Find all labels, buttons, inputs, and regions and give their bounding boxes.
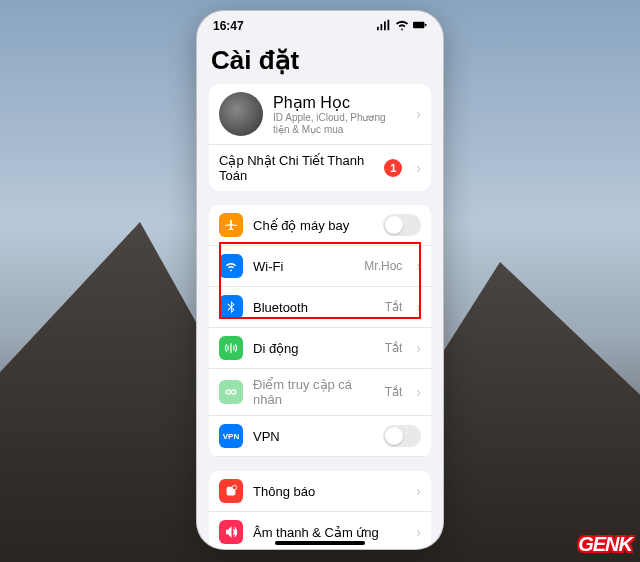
chevron-icon: ›: [416, 160, 421, 176]
chevron-icon: ›: [416, 340, 421, 356]
vpn-row[interactable]: VPN VPN: [209, 416, 431, 457]
chevron-icon: ›: [416, 483, 421, 499]
profile-row[interactable]: Phạm Học ID Apple, iCloud, Phương tiện &…: [209, 84, 431, 145]
svg-point-9: [232, 485, 236, 489]
home-indicator[interactable]: [275, 541, 365, 545]
airplane-row[interactable]: Chế độ máy bay: [209, 205, 431, 246]
cellular-detail: Tắt: [385, 341, 403, 355]
avatar: [219, 92, 263, 136]
wifi-row[interactable]: Wi-Fi Mr.Hoc ›: [209, 246, 431, 287]
profile-name: Phạm Học: [273, 93, 402, 112]
cellular-label: Di động: [253, 341, 375, 356]
general-group: Thông báo › Âm thanh & Cảm ứng › Tập tru…: [209, 471, 431, 550]
chevron-icon: ›: [416, 106, 421, 122]
network-group: Chế độ máy bay Wi-Fi Mr.Hoc › Bluetooth …: [209, 205, 431, 457]
svg-rect-0: [377, 26, 379, 30]
cellular-row[interactable]: Di động Tắt ›: [209, 328, 431, 369]
bluetooth-icon: [219, 295, 243, 319]
bluetooth-row[interactable]: Bluetooth Tắt ›: [209, 287, 431, 328]
vpn-icon: VPN: [219, 424, 243, 448]
wifi-detail: Mr.Hoc: [364, 259, 402, 273]
airplane-label: Chế độ máy bay: [253, 218, 373, 233]
svg-rect-5: [425, 23, 426, 26]
sounds-icon: [219, 520, 243, 544]
status-time: 16:47: [213, 19, 244, 33]
chevron-icon: ›: [416, 299, 421, 315]
wifi-icon: [219, 254, 243, 278]
chevron-icon: ›: [416, 384, 421, 400]
status-bar: 16:47: [197, 11, 443, 41]
battery-icon: [413, 18, 427, 35]
svg-rect-1: [381, 24, 383, 30]
payment-row[interactable]: Cập Nhật Chi Tiết Thanh Toán 1 ›: [209, 145, 431, 191]
status-indicators: [377, 18, 427, 35]
chevron-icon: ›: [416, 258, 421, 274]
bluetooth-label: Bluetooth: [253, 300, 375, 315]
notifications-icon: [219, 479, 243, 503]
page-title: Cài đặt: [197, 41, 443, 84]
bluetooth-detail: Tắt: [385, 300, 403, 314]
wifi-icon: [395, 18, 409, 35]
wifi-label: Wi-Fi: [253, 259, 354, 274]
vpn-label: VPN: [253, 429, 373, 444]
payment-badge: 1: [384, 159, 402, 177]
vpn-toggle[interactable]: [383, 425, 421, 447]
svg-rect-4: [413, 21, 424, 27]
sounds-label: Âm thanh & Cảm ứng: [253, 525, 402, 540]
cellular-icon: [219, 336, 243, 360]
airplane-toggle[interactable]: [383, 214, 421, 236]
profile-subtitle: ID Apple, iCloud, Phương tiện & Mục mua: [273, 112, 402, 136]
notifications-label: Thông báo: [253, 484, 402, 499]
hotspot-detail: Tắt: [385, 385, 403, 399]
chevron-icon: ›: [416, 524, 421, 540]
airplane-icon: [219, 213, 243, 237]
svg-rect-2: [384, 21, 386, 30]
signal-icon: [377, 18, 391, 35]
svg-point-6: [226, 390, 230, 394]
payment-label: Cập Nhật Chi Tiết Thanh Toán: [219, 153, 374, 183]
hotspot-icon: [219, 380, 243, 404]
hotspot-row[interactable]: Điểm truy cập cá nhân Tắt ›: [209, 369, 431, 416]
notifications-row[interactable]: Thông báo ›: [209, 471, 431, 512]
hotspot-label: Điểm truy cập cá nhân: [253, 377, 375, 407]
watermark: GENK: [578, 533, 632, 556]
svg-point-7: [231, 390, 235, 394]
phone-frame: 16:47 Cài đặt Phạm Học ID Apple, iCloud,…: [196, 10, 444, 550]
profile-group: Phạm Học ID Apple, iCloud, Phương tiện &…: [209, 84, 431, 191]
svg-rect-3: [388, 19, 390, 30]
